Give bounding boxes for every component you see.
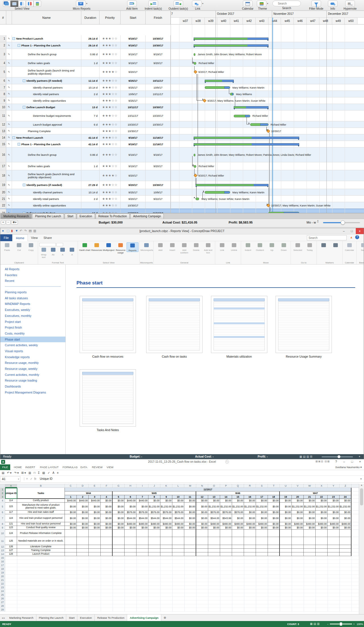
cell-value[interactable]: $0.00 xyxy=(340,511,351,514)
cell-value[interactable]: $1,232.00 xyxy=(256,503,268,511)
cell-value[interactable] xyxy=(101,545,113,549)
cell-value[interactable] xyxy=(172,549,184,552)
cell-value[interactable] xyxy=(89,545,101,549)
task-edit-icon[interactable]: ✎ xyxy=(8,62,10,65)
theme-button[interactable] xyxy=(257,1,266,7)
cell-value[interactable]: $0.00 xyxy=(184,503,196,511)
cell-value[interactable] xyxy=(220,552,232,556)
hypernote-button[interactable]: ▤oo xyxy=(345,1,355,7)
empty-row-cells[interactable] xyxy=(5,578,359,582)
cell-task-id[interactable]: 127 xyxy=(5,549,17,552)
ribbon-button-today[interactable]: Today xyxy=(304,242,316,251)
cell-value[interactable]: $440.00 xyxy=(89,499,101,503)
cell-task-name[interactable]: Launch Product xyxy=(17,552,65,556)
cell-value[interactable]: $0.00 xyxy=(256,511,268,514)
cell-value[interactable]: $0.00 xyxy=(280,526,292,530)
cell-value[interactable]: $440.00 xyxy=(77,499,89,503)
cell-value[interactable] xyxy=(268,530,280,537)
cell-value[interactable] xyxy=(101,530,113,537)
ribbon-button-down[interactable]: Down xyxy=(278,242,290,251)
excel-restore-button[interactable]: □ xyxy=(348,459,356,464)
row-header-12[interactable]: 12 xyxy=(0,545,5,549)
column-header-W[interactable]: W xyxy=(304,484,316,488)
cell-month-header[interactable]: 11/2017 xyxy=(65,488,351,491)
task-edit-icon[interactable]: ✎ xyxy=(8,79,10,82)
cell-value[interactable]: $0.00 xyxy=(101,526,113,530)
column-header-G[interactable]: G xyxy=(113,484,125,488)
cell-value[interactable] xyxy=(232,530,244,537)
task-row[interactable]: 5✎Define launch goals (laun­ch timing an… xyxy=(0,67,364,77)
sidebar-item[interactable]: Dashboards xyxy=(0,384,65,390)
task-row[interactable]: 22✎Identify online opportunities★★★☆☆10/… xyxy=(0,202,364,209)
cell-value[interactable] xyxy=(89,537,101,545)
excel-tab-page-layout[interactable]: PAGE LAYOUT xyxy=(38,464,61,470)
cell-value[interactable]: $544.00 xyxy=(136,514,148,522)
task-name-cell[interactable]: −Identify partners (if needed) xyxy=(12,77,81,84)
cell-value[interactable] xyxy=(304,545,316,549)
cell-value[interactable] xyxy=(136,552,148,556)
task-name-cell[interactable]: Identify retail partners xyxy=(12,196,81,202)
cell-value[interactable] xyxy=(232,552,244,556)
sidebar-item[interactable]: Project start xyxy=(0,319,65,325)
cell-value[interactable]: $0.00 xyxy=(65,526,77,530)
ribbon-button-resources[interactable]: Resources xyxy=(91,242,103,251)
cell-value[interactable] xyxy=(316,530,328,537)
cell-value[interactable]: $0.00 xyxy=(160,499,172,503)
start-cell[interactable]: 10/30/17 xyxy=(121,128,146,134)
cell-value[interactable] xyxy=(172,545,184,549)
start-cell[interactable]: 10/11/17 xyxy=(121,104,146,110)
cell-value[interactable]: $0.00 xyxy=(304,511,316,514)
ribbon-button-calendar[interactable]: Calendar xyxy=(344,242,355,251)
cell-value[interactable]: $480.00 xyxy=(220,522,232,526)
cell-value[interactable] xyxy=(160,545,172,549)
cell-value[interactable]: $0.00 xyxy=(328,511,340,514)
empty-row-cells[interactable] xyxy=(5,589,359,593)
expand-formula-bar-icon[interactable]: ▾ xyxy=(360,477,362,480)
cell-value[interactable]: $0.00 xyxy=(280,511,292,514)
start-cell[interactable]: 9/19/17 xyxy=(121,141,146,147)
column-header-D[interactable]: D xyxy=(77,484,89,488)
cell-task-name[interactable]: Training Complete xyxy=(17,549,65,552)
task-edit-icon[interactable]: ✎ xyxy=(8,130,10,132)
view-multiproject-button[interactable] xyxy=(3,1,11,7)
cell-value[interactable] xyxy=(316,549,328,552)
cell-value[interactable] xyxy=(316,545,328,549)
finish-cell[interactable] xyxy=(146,67,171,77)
cell-tasks-label[interactable]: Tasks xyxy=(17,491,65,495)
sheet-tab[interactable]: Execution xyxy=(77,614,95,621)
cell-value[interactable] xyxy=(65,537,77,545)
row-header-2[interactable]: 2 xyxy=(0,491,5,495)
task-name-cell[interactable]: −New Product Launch xyxy=(12,134,81,141)
menu-icon[interactable]: ≡ xyxy=(57,471,59,474)
task-edit-icon[interactable]: ✎ xyxy=(8,136,10,139)
report-thumbnail[interactable] xyxy=(211,296,267,353)
excel-tab-file[interactable]: FILE xyxy=(0,464,10,470)
cell-week-W45[interactable]: W45 xyxy=(113,491,196,495)
ribbon-button-paste[interactable]: Paste xyxy=(1,242,13,251)
priority-stars[interactable]: ★★★☆☆ xyxy=(100,97,121,104)
cell-value[interactable]: $0.00 xyxy=(65,522,77,526)
row-header-15[interactable]: 15 xyxy=(0,556,5,560)
task-edit-icon[interactable]: ✎ xyxy=(8,123,10,126)
cell-value[interactable]: $0.00 xyxy=(184,514,196,522)
cell-value[interactable]: $0.00 xyxy=(77,503,89,511)
cell-value[interactable]: $1,232.00 xyxy=(220,503,232,511)
cell-value[interactable] xyxy=(196,530,208,537)
status-zoom-track[interactable] xyxy=(322,456,353,457)
cell-value[interactable] xyxy=(113,549,125,552)
cell-value[interactable]: $0.00 xyxy=(101,503,113,511)
collapse-icon[interactable]: − xyxy=(13,136,15,139)
column-header-Start[interactable]: Start xyxy=(121,11,146,24)
indent-task-button[interactable]: ▶ xyxy=(148,1,158,7)
cell-value[interactable]: $480.00 xyxy=(172,522,184,526)
cell-day-1[interactable]: 1 xyxy=(65,495,77,499)
cell-value[interactable]: $0.00 xyxy=(340,499,351,503)
priority-stars[interactable]: ★★★☆☆ xyxy=(100,84,121,91)
cell-week-W46[interactable]: W46 xyxy=(196,491,280,495)
column-header-J[interactable]: J xyxy=(148,484,160,488)
start-cell[interactable]: 10/30/17 xyxy=(121,202,146,208)
start-cell[interactable]: 9/25/17 xyxy=(121,97,146,104)
cell-value[interactable] xyxy=(256,530,268,537)
sidebar-item[interactable]: Recent xyxy=(0,278,65,284)
column-header-R[interactable]: R xyxy=(244,484,256,488)
